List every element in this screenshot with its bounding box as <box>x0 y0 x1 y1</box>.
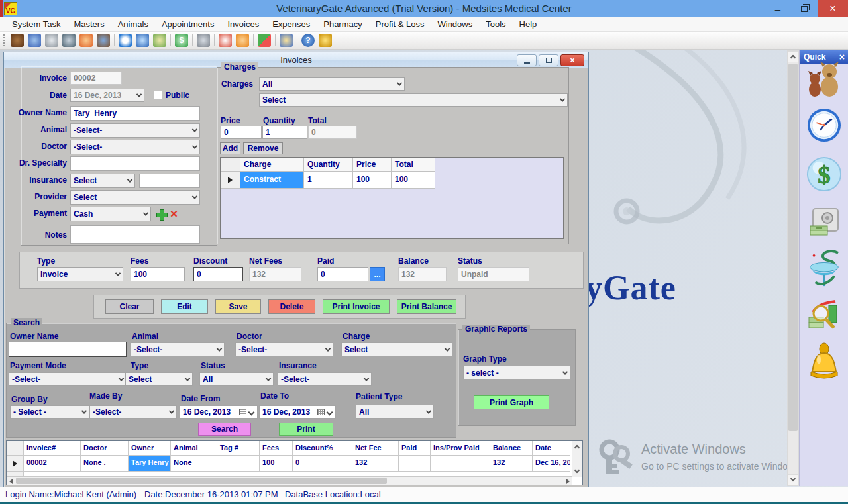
discount-field[interactable] <box>193 267 243 281</box>
invoice-date-select[interactable]: 16 Dec, 2013 <box>70 89 144 102</box>
reminders-icon[interactable] <box>319 34 332 47</box>
search-charge-select[interactable]: Select <box>341 342 452 356</box>
cell-total[interactable]: 100 <box>392 172 435 189</box>
search-status-select[interactable]: All <box>199 372 274 386</box>
help-icon[interactable]: ? <box>301 34 315 47</box>
cell-owner[interactable]: Tary Henry <box>129 456 171 472</box>
pharmacy-icon[interactable] <box>219 34 232 47</box>
charges-filter-select[interactable]: All <box>259 77 405 91</box>
cell-charge[interactable]: Constract <box>240 172 304 189</box>
cell-insprov[interactable] <box>431 456 490 472</box>
results-grid-vscrollbar[interactable] <box>572 441 582 477</box>
search-doctor-select[interactable]: -Select- <box>235 342 333 356</box>
menu-animals[interactable]: Animals <box>111 17 155 32</box>
payment-select[interactable]: Cash <box>70 207 151 221</box>
edit-button[interactable]: Edit <box>161 299 208 314</box>
expenses-icon[interactable] <box>197 34 210 47</box>
menu-masters[interactable]: Masters <box>67 17 111 32</box>
results-grid-hscrollbar[interactable] <box>7 476 572 485</box>
report-chart-icon[interactable] <box>806 298 842 334</box>
scroll-up-button[interactable] <box>788 51 798 62</box>
notes-field[interactable] <box>70 225 200 244</box>
cell-discount[interactable]: 0 <box>293 456 352 472</box>
owner-name-field[interactable] <box>70 106 200 121</box>
delete-button[interactable]: Delete <box>268 299 315 314</box>
menu-pharmacy[interactable]: Pharmacy <box>317 17 369 32</box>
animals-icon[interactable] <box>11 34 24 47</box>
doctor-select[interactable]: -Select- <box>70 140 200 154</box>
hscroll-thumb[interactable] <box>16 478 387 484</box>
cell-doctor[interactable]: None . <box>81 456 129 472</box>
cell-paid[interactable] <box>399 456 431 472</box>
animal-select[interactable]: -Select- <box>70 123 200 138</box>
search-button[interactable]: Search <box>198 423 251 436</box>
date-to-picker[interactable]: 16 Dec, 2013 <box>259 405 336 419</box>
fees-field[interactable] <box>131 267 185 281</box>
patient-type-select[interactable]: All <box>356 405 434 419</box>
remove-charge-button[interactable]: Remove <box>243 142 283 154</box>
livestock-icon[interactable] <box>97 34 110 47</box>
clear-button[interactable]: Clear <box>105 299 154 314</box>
reports-icon[interactable] <box>258 34 271 47</box>
scroll-down-button[interactable] <box>788 474 798 485</box>
total-field[interactable] <box>308 126 357 139</box>
public-checkbox[interactable] <box>154 91 162 99</box>
workspace-scrollbar[interactable] <box>787 50 799 486</box>
calendar-icon[interactable] <box>136 34 149 47</box>
invoice-number-field[interactable] <box>70 72 122 85</box>
search-type-select[interactable]: Select <box>125 372 193 386</box>
child-restore-button[interactable] <box>539 54 558 66</box>
net-fees-field[interactable] <box>249 267 301 281</box>
search-owner-field[interactable] <box>9 342 127 357</box>
print-graph-button[interactable]: Print Graph <box>474 395 549 409</box>
cell-animal[interactable]: None <box>171 456 217 472</box>
cell-netfee[interactable]: 132 <box>352 456 399 472</box>
cash-safe-icon[interactable] <box>806 205 842 240</box>
dr-specialty-field[interactable] <box>70 156 200 171</box>
add-payment-icon[interactable] <box>156 209 166 219</box>
reminder-bell-icon[interactable] <box>806 342 842 385</box>
made-by-select[interactable]: -Select- <box>89 405 177 419</box>
invoices-icon[interactable] <box>153 34 166 47</box>
cell-price[interactable]: 100 <box>353 172 392 189</box>
search-print-button[interactable]: Print <box>279 423 333 436</box>
payment-mode-select[interactable]: -Select- <box>9 372 127 386</box>
pets-icon[interactable] <box>806 60 842 98</box>
close-button[interactable]: × <box>818 0 848 17</box>
child-minimize-button[interactable] <box>517 54 537 66</box>
cell-quantity[interactable]: 1 <box>304 172 353 189</box>
save-button[interactable]: Save <box>215 299 261 314</box>
quantity-field[interactable] <box>262 126 307 139</box>
search-animal-select[interactable]: -Select- <box>131 342 225 356</box>
charges-grid-row[interactable]: Constract 1 100 100 <box>221 172 563 189</box>
charge-item-select[interactable]: Select <box>259 93 568 107</box>
menu-help[interactable]: Help <box>513 17 544 32</box>
type-select[interactable]: Invoice <box>37 267 123 281</box>
price-field[interactable] <box>221 126 262 139</box>
lab-icon[interactable] <box>62 34 76 47</box>
insurance-number-field[interactable] <box>139 174 200 188</box>
billing-icon[interactable]: $ <box>806 155 842 193</box>
refresh-icon[interactable] <box>236 34 249 47</box>
status-field[interactable] <box>458 267 529 281</box>
menu-invoices[interactable]: Invoices <box>221 17 266 32</box>
print-invoice-button[interactable]: Print Invoice <box>323 299 390 314</box>
menu-system-task[interactable]: System Task <box>5 17 67 32</box>
remove-payment-icon[interactable]: × <box>170 209 178 219</box>
cell-balance[interactable]: 132 <box>490 456 533 472</box>
payments-icon[interactable]: $ <box>175 34 188 47</box>
menu-windows[interactable]: Windows <box>431 17 479 32</box>
group-by-select[interactable]: - Select - <box>10 405 89 419</box>
date-from-picker[interactable]: 16 Dec, 2013 <box>180 405 258 419</box>
paid-field[interactable] <box>317 267 368 281</box>
cell-invoice[interactable]: 00002 <box>24 456 81 472</box>
results-grid-row[interactable]: 00002 None . Tary Henry None 100 0 132 1… <box>7 456 582 472</box>
owners-icon[interactable] <box>28 34 41 47</box>
toolbar-grip[interactable] <box>3 34 5 46</box>
search-insurance-select[interactable]: -Select- <box>278 372 372 386</box>
insurance-select[interactable]: Select <box>70 174 135 188</box>
menu-expenses[interactable]: Expenses <box>266 17 317 32</box>
pharmacy-bowl-icon[interactable] <box>806 249 842 291</box>
prescription-icon[interactable] <box>80 34 93 47</box>
settings-icon[interactable] <box>280 34 293 47</box>
